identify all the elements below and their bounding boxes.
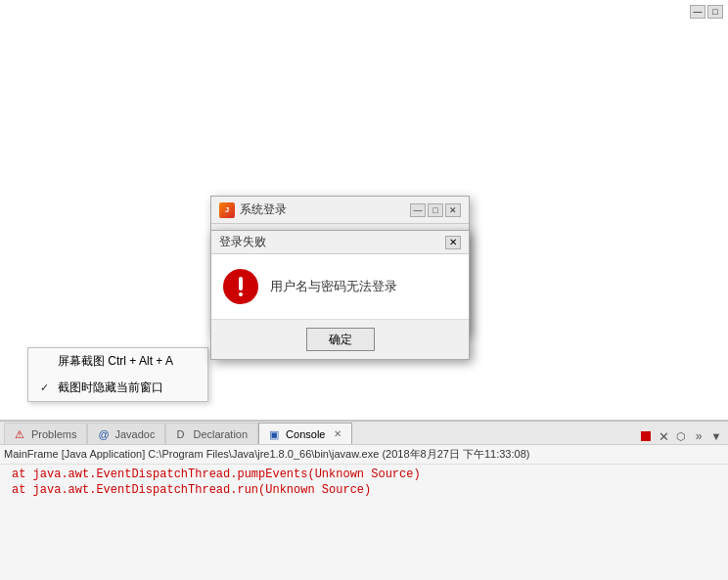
context-menu-hide-window[interactable]: ✓ 截图时隐藏当前窗口 [28, 375, 207, 401]
stop-icon [641, 431, 651, 441]
declaration-icon: D [176, 428, 188, 440]
ide-maximize-btn[interactable]: □ [707, 5, 723, 19]
context-menu-screenshot[interactable]: 屏幕截图 Ctrl + Alt + A [28, 348, 207, 375]
ide-minimize-btn[interactable]: — [690, 5, 705, 19]
pin-icon: ⬡ [676, 430, 686, 443]
expand-console-btn[interactable]: » [691, 428, 706, 444]
tab-javadoc-label: Javadoc [114, 428, 155, 440]
context-menu-screenshot-label: 屏幕截图 Ctrl + Alt + A [58, 353, 173, 370]
console-tab-close[interactable]: ✕ [334, 428, 341, 439]
javadoc-icon: @ [98, 428, 110, 440]
tab-javadoc[interactable]: @ Javadoc [87, 423, 165, 444]
tab-problems[interactable]: ⚠ Problems [4, 423, 87, 444]
error-content: 用户名与密码无法登录 [211, 254, 469, 319]
login-minimize-btn[interactable]: — [410, 203, 426, 217]
error-icon [223, 269, 258, 304]
login-title-left: J 系统登录 [219, 201, 287, 218]
login-dialog-title: 系统登录 [240, 201, 287, 218]
error-titlebar: 登录失败 ✕ [211, 231, 469, 254]
error-title: 登录失败 [219, 234, 266, 250]
tab-declaration[interactable]: D Declaration [165, 423, 258, 444]
console-header-text: MainFrame [Java Application] C:\Program … [4, 448, 529, 460]
more-icon: ▼ [711, 430, 722, 442]
expand-icon: » [696, 429, 703, 443]
ide-window-controls: — □ [690, 5, 723, 19]
console-line-1: at java.awt.EventDispatchThread.pumpEven… [4, 467, 724, 482]
context-menu-hide-label: 截图时隐藏当前窗口 [58, 379, 163, 396]
problems-icon: ⚠ [15, 428, 26, 440]
more-console-btn[interactable]: ▼ [708, 428, 724, 444]
bottom-panel: ⚠ Problems @ Javadoc D Declaration ▣ Con… [0, 421, 728, 580]
console-header: MainFrame [Java Application] C:\Program … [0, 445, 728, 465]
tab-declaration-label: Declaration [193, 428, 248, 440]
login-close-btn[interactable]: ✕ [445, 203, 461, 217]
hide-window-check: ✓ [40, 381, 52, 394]
java-app-icon: J [219, 202, 235, 218]
tab-controls: ✕ ⬡ » ▼ [638, 428, 724, 444]
error-dialog: 登录失败 ✕ 用户名与密码无法登录 确定 [210, 230, 470, 360]
tab-problems-label: Problems [31, 428, 76, 440]
console-icon: ▣ [269, 428, 281, 440]
error-close-btn[interactable]: ✕ [445, 236, 461, 249]
pin-console-btn[interactable]: ⬡ [673, 428, 689, 444]
editor-area: — □ 屏幕截图 Ctrl + Alt + A ✓ 截图时隐藏当前窗口 J 系统… [0, 0, 728, 421]
context-menu: 屏幕截图 Ctrl + Alt + A ✓ 截图时隐藏当前窗口 [27, 347, 208, 402]
console-area: at java.awt.EventDispatchThread.pumpEven… [0, 465, 728, 575]
error-message-text: 用户名与密码无法登录 [270, 278, 457, 295]
login-dialog-controls: — □ ✕ [410, 203, 461, 217]
error-footer: 确定 [211, 319, 469, 359]
ide-background: — □ 屏幕截图 Ctrl + Alt + A ✓ 截图时隐藏当前窗口 J 系统… [0, 0, 728, 580]
close-console-btn[interactable]: ✕ [656, 428, 671, 444]
tab-console-label: Console [286, 428, 325, 440]
tab-bar: ⚠ Problems @ Javadoc D Declaration ▣ Con… [0, 422, 728, 445]
login-dialog-titlebar: J 系统登录 — □ ✕ [211, 197, 469, 224]
error-ok-btn[interactable]: 确定 [306, 328, 375, 351]
tab-console[interactable]: ▣ Console ✕ [258, 423, 352, 444]
console-line-2: at java.awt.EventDispatchThread.run(Unkn… [4, 482, 724, 498]
stop-console-btn[interactable] [638, 428, 654, 444]
close-icon: ✕ [659, 429, 669, 444]
login-maximize-btn[interactable]: □ [428, 203, 443, 217]
